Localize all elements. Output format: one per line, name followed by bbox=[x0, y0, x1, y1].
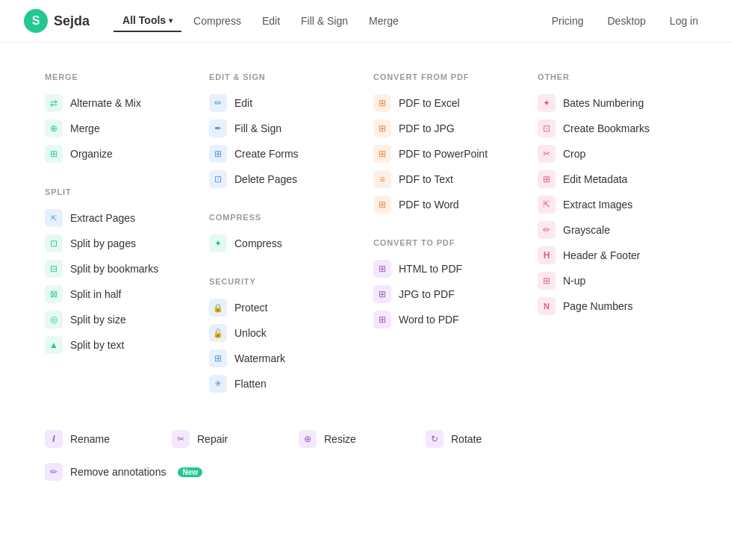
pdf-to-text-icon: ≡ bbox=[373, 170, 391, 188]
rename-icon: I bbox=[45, 430, 63, 448]
section-title-compress: COMPRESS bbox=[209, 213, 343, 222]
section-title-convert-to: CONVERT TO PDF bbox=[373, 238, 508, 247]
header-footer-label: Header & Footer bbox=[563, 249, 641, 261]
word-to-pdf-label: Word to PDF bbox=[399, 314, 459, 326]
tool-split-by-pages[interactable]: ⊡ Split by pages bbox=[45, 231, 179, 256]
tool-word-to-pdf[interactable]: ⊞ Word to PDF bbox=[373, 307, 508, 332]
merge-icon: ⊕ bbox=[45, 119, 63, 137]
section-title-split: SPLIT bbox=[45, 187, 179, 196]
header: S Sejda All Tools ▾ Compress Edit Fill &… bbox=[0, 0, 731, 43]
extract-pages-icon: ⇱ bbox=[45, 209, 63, 227]
remove-annotations-icon: ✏ bbox=[45, 463, 63, 481]
tool-split-by-text[interactable]: ▲ Split by text bbox=[45, 332, 179, 358]
tool-alternate-mix[interactable]: ⇄ Alternate & Mix bbox=[45, 90, 179, 116]
protect-label: Protect bbox=[234, 302, 267, 314]
flatten-label: Flatten bbox=[234, 378, 267, 390]
pdf-to-text-label: PDF to Text bbox=[399, 173, 453, 185]
nav-fill-sign[interactable]: Fill & Sign bbox=[292, 10, 357, 31]
tool-columns: MERGE ⇄ Alternate & Mix ⊕ Merge ⊞ Organi… bbox=[45, 72, 686, 396]
pdf-to-jpg-label: PDF to JPG bbox=[399, 122, 455, 134]
tool-split-in-half[interactable]: ⊠ Split in half bbox=[45, 281, 179, 307]
tool-extract-pages[interactable]: ⇱ Extract Pages bbox=[45, 205, 179, 231]
tool-jpg-to-pdf[interactable]: ⊞ JPG to PDF bbox=[373, 281, 508, 307]
tool-bates-numbering[interactable]: ✦ Bates Numbering bbox=[538, 90, 672, 116]
tool-extract-images[interactable]: ⇱ Extract Images bbox=[538, 192, 672, 217]
tool-delete-pages[interactable]: ⊡ Delete Pages bbox=[209, 167, 343, 192]
tool-crop[interactable]: ✂ Crop bbox=[538, 141, 672, 167]
grayscale-label: Grayscale bbox=[563, 224, 610, 236]
tool-fill-sign[interactable]: ✒ Fill & Sign bbox=[209, 116, 343, 141]
split-by-bookmarks-label: Split by bookmarks bbox=[70, 263, 158, 275]
word-to-pdf-icon: ⊞ bbox=[373, 311, 391, 329]
tool-pdf-to-word[interactable]: ⊞ PDF to Word bbox=[373, 192, 508, 217]
fill-sign-icon: ✒ bbox=[209, 119, 227, 137]
nav-pricing[interactable]: Pricing bbox=[543, 10, 593, 31]
tool-grayscale[interactable]: ✏ Grayscale bbox=[538, 217, 672, 243]
html-to-pdf-label: HTML to PDF bbox=[399, 263, 462, 275]
watermark-icon: ⊞ bbox=[209, 349, 227, 367]
pdf-to-ppt-label: PDF to PowerPoint bbox=[399, 148, 488, 160]
tool-pdf-to-powerpoint[interactable]: ⊞ PDF to PowerPoint bbox=[373, 141, 508, 167]
column-merge-split: MERGE ⇄ Alternate & Mix ⊕ Merge ⊞ Organi… bbox=[45, 72, 179, 396]
grayscale-icon: ✏ bbox=[538, 221, 556, 239]
nav-merge[interactable]: Merge bbox=[360, 10, 408, 31]
create-bookmarks-icon: ⊡ bbox=[538, 119, 556, 137]
tool-organize[interactable]: ⊞ Organize bbox=[45, 141, 179, 167]
tool-page-numbers[interactable]: N Page Numbers bbox=[538, 293, 672, 319]
nav-edit[interactable]: Edit bbox=[253, 10, 289, 31]
extract-images-label: Extract Images bbox=[563, 199, 632, 211]
new-badge: New bbox=[178, 467, 202, 477]
tool-pdf-to-jpg[interactable]: ⊞ PDF to JPG bbox=[373, 116, 508, 141]
tool-compress[interactable]: ✦ Compress bbox=[209, 231, 343, 256]
edit-label: Edit bbox=[234, 97, 252, 109]
tool-watermark[interactable]: ⊞ Watermark bbox=[209, 346, 343, 371]
main-content: MERGE ⇄ Alternate & Mix ⊕ Merge ⊞ Organi… bbox=[0, 43, 731, 514]
tool-edit[interactable]: ✏ Edit bbox=[209, 90, 343, 116]
tool-rename[interactable]: I Rename bbox=[45, 426, 164, 452]
tool-pdf-to-text[interactable]: ≡ PDF to Text bbox=[373, 167, 508, 192]
delete-pages-icon: ⊡ bbox=[209, 170, 227, 188]
section-title-security: SECURITY bbox=[209, 277, 343, 286]
bates-numbering-icon: ✦ bbox=[538, 94, 556, 112]
jpg-to-pdf-icon: ⊞ bbox=[373, 285, 391, 303]
organize-icon: ⊞ bbox=[45, 145, 63, 163]
tool-unlock[interactable]: 🔓 Unlock bbox=[209, 320, 343, 346]
tool-edit-metadata[interactable]: ⊞ Edit Metadata bbox=[538, 167, 672, 192]
tool-repair[interactable]: ✂ Repair bbox=[172, 426, 291, 452]
tool-resize[interactable]: ⊕ Resize bbox=[299, 426, 418, 452]
tool-create-forms[interactable]: ⊞ Create Forms bbox=[209, 141, 343, 167]
column-other: OTHER ✦ Bates Numbering ⊡ Create Bookmar… bbox=[538, 72, 672, 396]
compress-label: Compress bbox=[234, 237, 282, 249]
tool-flatten[interactable]: ✳ Flatten bbox=[209, 371, 343, 396]
logo[interactable]: S Sejda bbox=[24, 9, 90, 33]
tool-split-by-bookmarks[interactable]: ⊟ Split by bookmarks bbox=[45, 256, 179, 281]
split-by-pages-icon: ⊡ bbox=[45, 234, 63, 252]
split-in-half-icon: ⊠ bbox=[45, 285, 63, 303]
tool-create-bookmarks[interactable]: ⊡ Create Bookmarks bbox=[538, 116, 672, 141]
tool-n-up[interactable]: ⊞ N-up bbox=[538, 268, 672, 293]
html-to-pdf-icon: ⊞ bbox=[373, 260, 391, 278]
tool-split-by-size[interactable]: ◎ Split by size bbox=[45, 307, 179, 332]
tool-pdf-to-excel[interactable]: ⊞ PDF to Excel bbox=[373, 90, 508, 116]
tool-merge[interactable]: ⊕ Merge bbox=[45, 116, 179, 141]
nav-desktop[interactable]: Desktop bbox=[598, 10, 654, 31]
tool-protect[interactable]: 🔒 Protect bbox=[209, 295, 343, 320]
split-by-bookmarks-icon: ⊟ bbox=[45, 260, 63, 278]
nav-all-tools[interactable]: All Tools ▾ bbox=[113, 10, 181, 32]
nav-compress[interactable]: Compress bbox=[184, 10, 250, 31]
organize-label: Organize bbox=[70, 148, 113, 160]
section-title-edit: EDIT & SIGN bbox=[209, 72, 343, 81]
crop-icon: ✂ bbox=[538, 145, 556, 163]
nav-login[interactable]: Log in bbox=[661, 10, 707, 31]
edit-metadata-icon: ⊞ bbox=[538, 170, 556, 188]
tool-html-to-pdf[interactable]: ⊞ HTML to PDF bbox=[373, 256, 508, 281]
tool-rotate[interactable]: ↻ Rotate bbox=[426, 426, 545, 452]
tool-header-footer[interactable]: H Header & Footer bbox=[538, 243, 672, 268]
tool-remove-annotations[interactable]: ✏ Remove annotations New bbox=[45, 459, 202, 485]
edit-metadata-label: Edit Metadata bbox=[563, 173, 627, 185]
page-numbers-icon: N bbox=[538, 297, 556, 315]
protect-icon: 🔒 bbox=[209, 299, 227, 317]
resize-icon: ⊕ bbox=[299, 430, 317, 448]
remove-annotations-label: Remove annotations bbox=[70, 466, 166, 478]
pdf-to-jpg-icon: ⊞ bbox=[373, 119, 391, 137]
